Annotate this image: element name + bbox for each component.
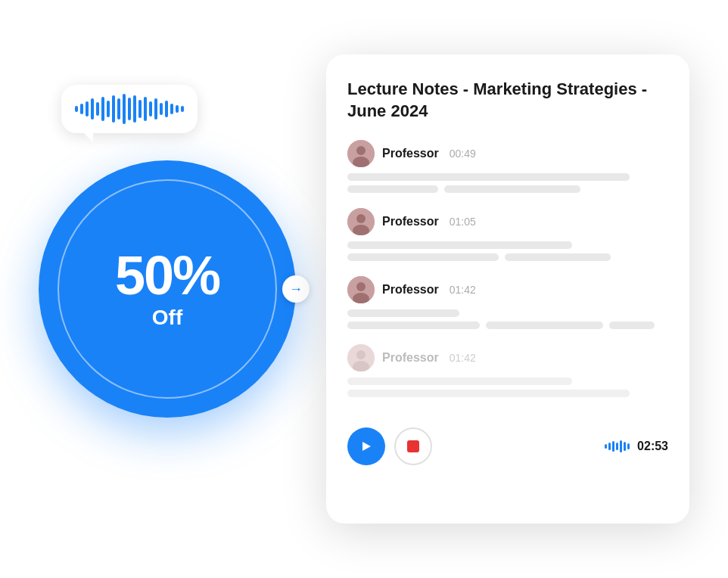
- stop-icon: [407, 440, 419, 452]
- entry-time-2: 01:05: [450, 216, 476, 228]
- skeleton-row-3: [347, 322, 668, 329]
- skeleton-row-1: [347, 185, 668, 193]
- skeleton-pill-3a: [347, 322, 480, 329]
- waveform-mini: [605, 440, 630, 452]
- entry-name-1: Professor: [382, 147, 439, 160]
- avatar-4: [347, 344, 375, 371]
- avatar-3: [347, 276, 375, 303]
- audio-wave-bubble: [61, 85, 198, 133]
- entry-name-2: Professor: [382, 215, 439, 228]
- svg-point-1: [356, 146, 366, 155]
- discount-value: 50%: [115, 248, 219, 303]
- skeleton-pill-1b: [444, 185, 580, 193]
- svg-point-7: [356, 282, 366, 291]
- skeleton-pill-1a: [347, 185, 438, 193]
- arrow-icon: →: [289, 281, 303, 297]
- circle-inner: 50% Off: [58, 179, 277, 399]
- skeleton-pill-2a: [347, 253, 499, 261]
- controls-left: [347, 427, 432, 465]
- play-button[interactable]: [347, 427, 385, 465]
- skeleton-4-1: [347, 378, 572, 385]
- card-title: Lecture Notes - Marketing Strategies - J…: [347, 79, 668, 122]
- discount-circle: 50% Off →: [39, 160, 296, 418]
- duration-display: 02:53: [637, 440, 668, 453]
- transcript-entry-3: Professor 01:42: [347, 276, 668, 329]
- entry-name-4: Professor: [382, 351, 439, 365]
- entry-name-3: Professor: [382, 283, 439, 297]
- stop-button[interactable]: [394, 427, 432, 465]
- transcript-entry-4: Professor 01:42: [347, 344, 668, 397]
- entry-time-4: 01:42: [450, 352, 476, 364]
- entry-header-4: Professor 01:42: [347, 344, 668, 371]
- skeleton-3-1: [347, 309, 459, 317]
- skeleton-pill-3b: [486, 322, 603, 329]
- entry-header-3: Professor 01:42: [347, 276, 668, 303]
- skeleton-pill-3c: [609, 322, 655, 329]
- skeleton-pill-2b: [505, 253, 611, 261]
- skeleton-row-2: [347, 253, 668, 261]
- entry-header-2: Professor 01:05: [347, 208, 668, 235]
- svg-point-4: [356, 214, 366, 223]
- avatar-1: [347, 140, 375, 167]
- entry-header-1: Professor 00:49: [347, 140, 668, 167]
- controls-right: 02:53: [605, 440, 668, 453]
- svg-point-10: [356, 350, 366, 359]
- arrow-badge: →: [282, 275, 310, 303]
- transcript-card: Lecture Notes - Marketing Strategies - J…: [326, 54, 689, 524]
- skeleton-1-1: [347, 173, 630, 181]
- entry-time-1: 00:49: [450, 148, 476, 160]
- card-controls: 02:53: [347, 415, 668, 465]
- skeleton-4-2: [347, 390, 630, 397]
- transcript-entry-1: Professor 00:49: [347, 140, 668, 193]
- off-label: Off: [152, 306, 182, 330]
- skeleton-2-1: [347, 241, 572, 249]
- scene: 50% Off → Lecture Notes - Marketing Stra…: [39, 24, 689, 554]
- avatar-2: [347, 208, 375, 235]
- transcript-entry-2: Professor 01:05: [347, 208, 668, 261]
- entry-time-3: 01:42: [450, 284, 476, 296]
